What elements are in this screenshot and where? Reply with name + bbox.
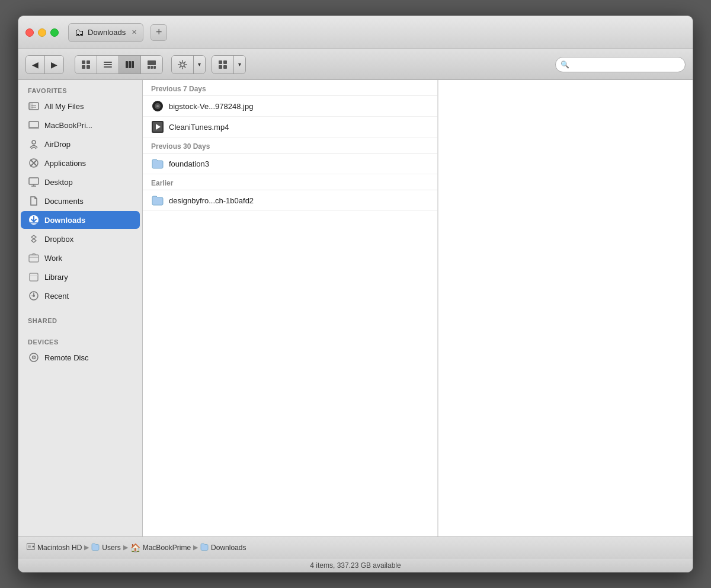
close-button[interactable] — [25, 28, 34, 37]
cover-flow-button[interactable] — [141, 56, 162, 74]
documents-icon — [28, 195, 40, 207]
breadcrumb-macintosh-hd[interactable]: Macintosh HD — [27, 542, 82, 552]
file-item-cleanitunes[interactable]: CleaniTunes.mp4 — [143, 117, 437, 138]
svg-rect-15 — [219, 60, 222, 64]
cover-flow-icon — [147, 60, 156, 69]
breadcrumb-downloads[interactable]: Downloads — [200, 542, 246, 552]
svg-rect-0 — [82, 60, 85, 64]
svg-rect-3 — [87, 65, 90, 69]
breadcrumb-macbookprime[interactable]: 🏠 MacBookPrime — [130, 543, 191, 552]
gear-icon — [178, 60, 187, 69]
breadcrumb-hd-label: Macintosh HD — [37, 544, 82, 552]
view-buttons — [75, 55, 163, 74]
title-bar: 🗂 Downloads ✕ + — [18, 16, 693, 49]
detail-pane — [438, 80, 693, 536]
icon-view-icon — [81, 60, 91, 69]
svg-rect-5 — [104, 64, 112, 65]
svg-rect-8 — [129, 61, 131, 68]
file-area: Previous 7 Days bigstock-Ve...978248.jpg… — [143, 80, 693, 536]
library-icon — [28, 271, 40, 283]
icon-view-button[interactable] — [75, 56, 97, 74]
group-header-earlier: Earlier — [143, 174, 437, 190]
applications-icon — [28, 157, 40, 169]
main-content: FAVORITES All My Files MacBookPri... Air… — [18, 80, 693, 536]
cleanitunes-filename: CleaniTunes.mp4 — [169, 123, 229, 132]
sidebar-item-macbookprime[interactable]: MacBookPri... — [21, 116, 140, 134]
sidebar-item-applications[interactable]: Applications — [21, 154, 140, 172]
svg-point-44 — [33, 546, 34, 548]
column-view-icon — [125, 60, 134, 69]
maximize-button[interactable] — [50, 28, 59, 37]
svg-rect-18 — [223, 65, 227, 69]
list-view-button[interactable] — [97, 56, 119, 74]
sidebar-item-library[interactable]: Library — [21, 268, 140, 286]
sidebar-item-work[interactable]: Work — [21, 249, 140, 267]
downloads-icon — [28, 214, 40, 226]
traffic-lights — [25, 28, 59, 37]
forward-button[interactable]: ▶ — [45, 56, 63, 74]
group-header-30days: Previous 30 Days — [143, 138, 437, 154]
file-item-foundation3[interactable]: foundation3 — [143, 154, 437, 174]
action-arrow-button[interactable]: ▾ — [194, 56, 205, 74]
file-item-designbyfro[interactable]: designbyfro...ch-1b0afd2 — [143, 190, 437, 211]
sidebar-item-dropbox[interactable]: Dropbox — [21, 230, 140, 248]
sidebar-item-airdrop[interactable]: AirDrop — [21, 135, 140, 153]
minimize-button[interactable] — [38, 28, 46, 37]
mp4-file-icon — [151, 120, 164, 133]
breadcrumb-sep-3: ▶ — [193, 544, 198, 551]
search-icon: 🔍 — [561, 60, 569, 69]
dropbox-icon — [28, 233, 40, 245]
window-tab[interactable]: 🗂 Downloads ✕ — [68, 23, 143, 42]
svg-point-25 — [32, 140, 36, 144]
status-bar: 4 items, 337.23 GB available — [18, 558, 693, 572]
svg-rect-27 — [29, 178, 39, 184]
sidebar-item-downloads[interactable]: Downloads — [21, 211, 140, 229]
bigstock-filename: bigstock-Ve...978248.jpg — [169, 102, 253, 111]
svg-rect-20 — [29, 103, 33, 110]
remote-disc-icon — [28, 351, 40, 363]
svg-rect-6 — [104, 66, 112, 68]
svg-rect-16 — [223, 60, 227, 64]
svg-rect-4 — [104, 62, 112, 63]
macbookprime-icon — [28, 119, 40, 131]
foundation3-filename: foundation3 — [169, 159, 209, 168]
designbyfro-filename: designbyfro...ch-1b0afd2 — [169, 196, 254, 205]
back-button[interactable]: ◀ — [26, 56, 45, 74]
column-view-button[interactable] — [119, 56, 141, 74]
downloads-label: Downloads — [44, 216, 85, 225]
breadcrumb-sep-1: ▶ — [84, 544, 89, 551]
arrange-arrow-button[interactable]: ▾ — [234, 56, 245, 74]
svg-rect-45 — [28, 545, 31, 548]
sidebar-item-recent[interactable]: Recent — [21, 287, 140, 305]
svg-rect-1 — [87, 60, 90, 64]
svg-rect-2 — [82, 65, 85, 69]
file-item-bigstock[interactable]: bigstock-Ve...978248.jpg — [143, 96, 437, 117]
sidebar-item-documents[interactable]: Documents — [21, 192, 140, 210]
folder-icon-designbyfro — [151, 194, 164, 207]
favorites-label: FAVORITES — [18, 80, 142, 97]
sidebar-item-desktop[interactable]: Desktop — [21, 173, 140, 191]
action-button-group: ▾ — [171, 55, 206, 74]
svg-point-36 — [33, 357, 34, 357]
breadcrumb-users[interactable]: Users — [91, 542, 120, 552]
action-button[interactable] — [172, 56, 194, 74]
sidebar-item-all-my-files[interactable]: All My Files — [21, 97, 140, 115]
desktop-label: Desktop — [44, 178, 73, 187]
jpg-file-icon — [151, 100, 164, 113]
svg-rect-9 — [132, 61, 134, 68]
downloads-folder-icon — [200, 542, 209, 552]
finder-window: 🗂 Downloads ✕ + ◀ ▶ — [18, 15, 693, 573]
new-tab-button[interactable]: + — [150, 24, 167, 41]
search-input[interactable] — [572, 60, 680, 69]
recent-icon — [28, 290, 40, 302]
work-icon — [28, 252, 40, 264]
svg-point-39 — [156, 105, 159, 107]
hd-icon — [27, 542, 35, 552]
tab-close-button[interactable]: ✕ — [132, 28, 137, 36]
sidebar-item-remote-disc[interactable]: Remote Disc — [21, 349, 140, 366]
sidebar: FAVORITES All My Files MacBookPri... Air… — [18, 80, 143, 536]
search-box[interactable]: 🔍 — [555, 57, 686, 72]
arrange-button[interactable] — [212, 56, 234, 74]
folder-icon-foundation3 — [151, 157, 164, 170]
svg-rect-11 — [148, 66, 150, 69]
